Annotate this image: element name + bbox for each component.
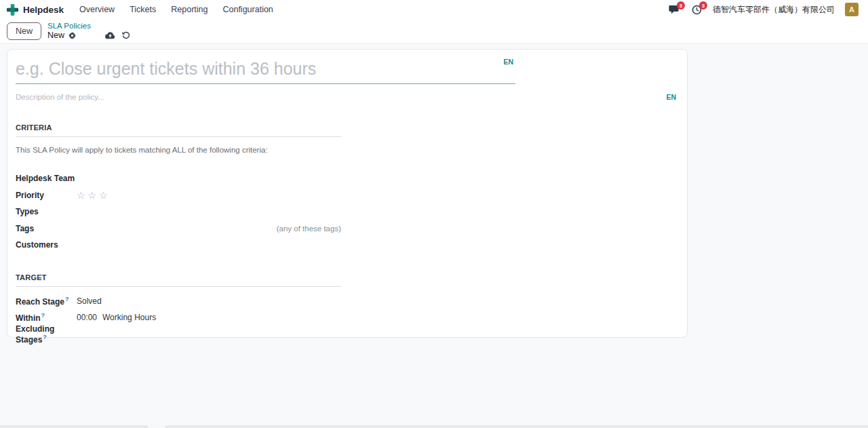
undo-icon [122,31,130,39]
within-unit-text: Working Hours [102,313,156,322]
types-row: Types [16,203,341,220]
main-menu: Overview Tickets Reporting Configuration [72,0,281,19]
tags-hint-text: (any of these tags) [277,225,341,233]
cloud-upload-icon [105,32,115,39]
target-fields: Reach Stage? Solved Within? 00:00 Workin… [16,293,341,343]
menu-configuration[interactable]: Configuration [215,0,280,19]
description-language-badge[interactable]: EN [666,93,676,101]
activities-count-badge: 3 [699,1,707,9]
scrollbar-thumb[interactable] [148,425,165,428]
star-icon[interactable]: ☆ [77,191,85,200]
reach-stage-label: Reach Stage? [16,296,77,307]
target-divider [16,286,341,287]
within-label: Within? [16,312,77,323]
helpdesk-team-row: Helpdesk Team [16,170,341,187]
types-label: Types [16,207,77,216]
menu-overview[interactable]: Overview [72,0,122,19]
helpdesk-app-icon [7,4,18,16]
activities-button[interactable]: 3 [690,4,703,15]
star-icon[interactable]: ☆ [88,191,97,200]
excluding-stages-label: Excluding Stages? [16,324,77,345]
actions-menu-button[interactable] [68,32,76,39]
company-name[interactable]: 德智汽车零部件（威海）有限公司 [713,4,835,16]
reach-stage-row: Reach Stage? Solved [16,293,341,310]
title-language-badge[interactable]: EN [503,58,513,66]
control-panel: New SLA Policies New [0,19,868,44]
criteria-intro-text: This SLA Policy will apply to tickets ma… [16,146,676,154]
sla-policy-form-sheet: EN EN CRITERIA This SLA Policy will appl… [7,49,688,338]
user-avatar[interactable]: A [845,3,859,16]
menu-tickets[interactable]: Tickets [122,0,163,19]
breadcrumb: SLA Policies New [47,22,91,41]
title-row: EN [16,59,676,84]
gear-icon [68,32,76,39]
breadcrumb-current: New [47,31,64,40]
description-row: EN [16,93,676,101]
navbar-right: 3 3 德智汽车零部件（威海）有限公司 A [668,3,868,16]
messages-count-badge: 3 [677,1,685,9]
app-name: Helpdesk [23,5,64,15]
criteria-divider [16,136,341,137]
within-time-input[interactable]: 00:00 [77,313,102,322]
customers-row: Customers [16,237,341,254]
helpdesk-team-label: Helpdesk Team [16,174,77,183]
priority-row: Priority ☆ ☆ ☆ [16,187,341,204]
content-area: EN EN CRITERIA This SLA Policy will appl… [0,45,868,428]
discard-changes-button[interactable] [122,31,130,39]
excluding-stages-row: Excluding Stages? [16,326,341,343]
tags-label: Tags [16,224,77,233]
criteria-section-heading: CRITERIA [16,123,676,132]
target-section-heading: TARGET [16,273,676,281]
priority-star-rating[interactable]: ☆ ☆ ☆ [77,191,108,200]
star-icon[interactable]: ☆ [99,191,108,200]
policy-name-input[interactable] [16,59,515,84]
save-discard-controls [105,31,130,39]
messages-button[interactable]: 3 [668,4,680,15]
app-switcher[interactable]: Helpdesk [0,4,64,16]
policy-description-input[interactable] [16,93,666,101]
menu-reporting[interactable]: Reporting [163,0,215,19]
top-navbar: Helpdesk Overview Tickets Reporting Conf… [0,0,868,19]
tags-row: Tags (any of these tags) [16,220,341,237]
breadcrumb-sla-policies-link[interactable]: SLA Policies [47,22,91,31]
horizontal-scrollbar[interactable] [0,425,868,428]
reach-stage-select[interactable]: Solved [77,296,102,306]
help-marker-icon[interactable]: ? [43,334,47,341]
priority-label: Priority [16,191,77,200]
new-record-button[interactable]: New [7,22,41,40]
help-marker-icon[interactable]: ? [65,296,69,303]
customers-label: Customers [16,240,77,250]
help-marker-icon[interactable]: ? [41,312,45,319]
criteria-fields: Helpdesk Team Priority ☆ ☆ ☆ Types Tags … [16,170,341,254]
save-record-button[interactable] [105,32,115,39]
